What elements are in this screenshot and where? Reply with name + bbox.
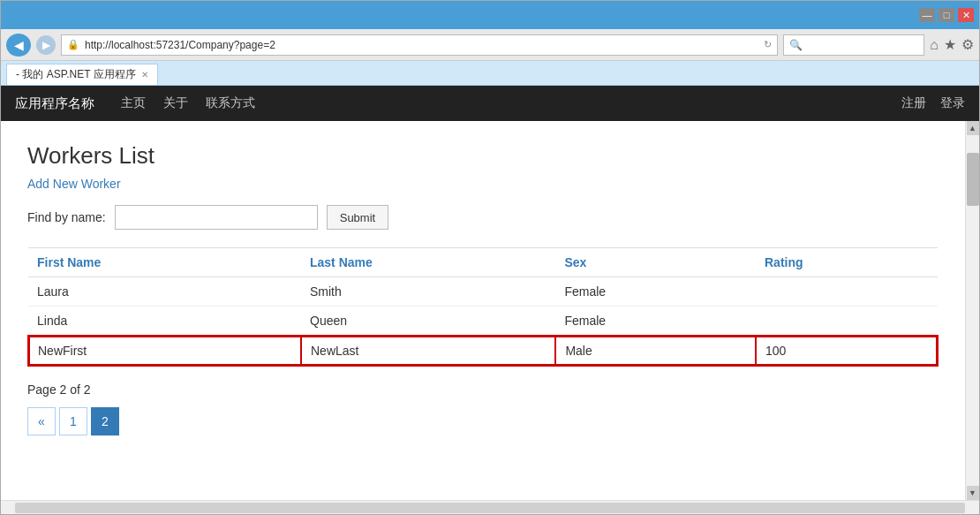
cell-sex-2: Male: [555, 336, 756, 366]
settings-icon[interactable]: ⚙: [961, 36, 974, 53]
cell-first_name-1: Linda: [28, 307, 301, 337]
cell-rating-1: [756, 307, 938, 337]
add-new-worker-link[interactable]: Add New Worker: [27, 177, 121, 191]
content-area: Workers List Add New Worker Find by name…: [1, 121, 979, 500]
find-form: Find by name: Submit: [27, 205, 939, 230]
browser-window: — □ ✕ ◀ ▶ 🔒 http://localhost:57231/Compa…: [0, 0, 980, 515]
pagination: « 1 2: [27, 407, 939, 435]
navbar-right: 注册 登录: [901, 95, 965, 111]
col-header-lastname: Last Name: [301, 248, 555, 277]
cell-last_name-0: Smith: [301, 277, 555, 307]
bottom-scrollbar: [1, 500, 979, 514]
tab-bar: - 我的 ASP.NET 应用程序 ✕: [1, 61, 979, 86]
maximize-button[interactable]: □: [939, 8, 954, 22]
cell-last_name-2: NewLast: [301, 336, 555, 366]
scroll-down-arrow[interactable]: ▼: [967, 486, 979, 500]
scrollbar-thumb[interactable]: [967, 153, 979, 206]
find-input[interactable]: [115, 205, 318, 230]
pagination-prev[interactable]: «: [27, 407, 56, 435]
lock-icon: 🔒: [67, 39, 79, 50]
refresh-icon[interactable]: ↻: [764, 39, 772, 50]
close-button[interactable]: ✕: [958, 8, 974, 22]
back-button[interactable]: ◀: [6, 34, 31, 57]
pagination-info: Page 2 of 2: [27, 382, 939, 397]
cell-sex-0: Female: [555, 277, 756, 307]
cell-first_name-0: Laura: [28, 277, 301, 307]
nav-link-about[interactable]: 关于: [163, 95, 188, 111]
home-icon[interactable]: ⌂: [930, 37, 939, 53]
tab-label: - 我的 ASP.NET 应用程序: [16, 67, 136, 82]
nav-link-login[interactable]: 登录: [940, 95, 965, 111]
scrollbar-track: ▲ ▼: [965, 121, 979, 500]
cell-sex-1: Female: [555, 307, 756, 337]
cell-last_name-1: Queen: [301, 307, 555, 337]
scroll-up-arrow[interactable]: ▲: [967, 121, 979, 135]
pagination-page-1[interactable]: 1: [59, 407, 87, 435]
col-header-rating: Rating: [756, 248, 938, 277]
browser-titlebar: — □ ✕: [1, 1, 979, 29]
main-content: Workers List Add New Worker Find by name…: [1, 121, 965, 500]
table-row: LauraSmithFemale: [28, 277, 938, 307]
nav-link-home[interactable]: 主页: [121, 95, 146, 111]
col-header-firstname: First Name: [28, 248, 301, 277]
search-icon: 🔍: [789, 39, 803, 51]
tab-close-button[interactable]: ✕: [141, 70, 148, 80]
nav-link-contact[interactable]: 联系方式: [206, 95, 255, 111]
page-title: Workers List: [27, 142, 939, 170]
cell-first_name-2: NewFirst: [28, 336, 301, 366]
nav-link-register[interactable]: 注册: [901, 95, 926, 111]
workers-table: First Name Last Name Sex Rating LauraSmi…: [27, 247, 939, 367]
table-header-row: First Name Last Name Sex Rating: [28, 248, 938, 277]
submit-button[interactable]: Submit: [327, 205, 388, 230]
app-brand: 应用程序名称: [15, 95, 94, 112]
pagination-page-2[interactable]: 2: [91, 407, 119, 435]
browser-search-bar[interactable]: 🔍: [783, 34, 924, 56]
address-bar[interactable]: 🔒 http://localhost:57231/Company?page=2 …: [61, 34, 778, 56]
cell-rating-2: 100: [756, 336, 938, 366]
col-header-sex: Sex: [555, 248, 756, 277]
favorites-icon[interactable]: ★: [944, 36, 956, 53]
app-navbar: 应用程序名称 主页 关于 联系方式 注册 登录: [1, 86, 979, 121]
find-label: Find by name:: [27, 210, 106, 224]
cell-rating-0: [756, 277, 938, 307]
table-row: LindaQueenFemale: [28, 307, 938, 337]
browser-tab[interactable]: - 我的 ASP.NET 应用程序 ✕: [6, 64, 158, 85]
url-text: http://localhost:57231/Company?page=2: [85, 39, 275, 51]
bottom-scroll-thumb[interactable]: [15, 503, 965, 513]
forward-button[interactable]: ▶: [36, 35, 56, 55]
browser-toolbar: ◀ ▶ 🔒 http://localhost:57231/Company?pag…: [1, 29, 979, 61]
minimize-button[interactable]: —: [919, 8, 935, 22]
table-row: NewFirstNewLastMale100: [28, 336, 938, 366]
